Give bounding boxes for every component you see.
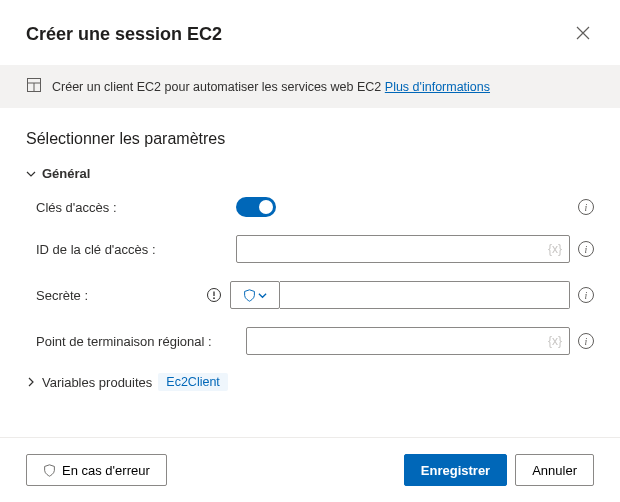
variable-tag: Ec2Client xyxy=(158,373,228,391)
on-error-button[interactable]: En cas d'erreur xyxy=(26,454,167,486)
close-button[interactable] xyxy=(572,22,594,47)
chevron-down-icon xyxy=(258,291,267,300)
svg-point-5 xyxy=(213,297,215,299)
group-general-toggle[interactable]: Général xyxy=(26,166,594,181)
chevron-down-icon xyxy=(26,169,36,179)
banner-text: Créer un client EC2 pour automatiser les… xyxy=(52,80,490,94)
info-icon[interactable]: i xyxy=(578,199,594,215)
dialog-footer: En cas d'erreur Enregistrer Annuler xyxy=(0,437,620,502)
endpoint-label: Point de terminaison régional : xyxy=(36,334,246,349)
on-error-label: En cas d'erreur xyxy=(62,463,150,478)
save-label: Enregistrer xyxy=(421,463,490,478)
access-keys-toggle[interactable] xyxy=(236,197,276,217)
layout-icon xyxy=(26,77,42,96)
info-banner: Créer un client EC2 pour automatiser les… xyxy=(0,65,620,108)
secret-picker-button[interactable] xyxy=(230,281,280,309)
endpoint-input[interactable] xyxy=(246,327,570,355)
access-keys-label: Clés d'accès : xyxy=(36,200,236,215)
dialog-header: Créer une session EC2 xyxy=(0,0,620,59)
secret-label: Secrète : xyxy=(36,288,206,303)
close-icon xyxy=(576,26,590,40)
variables-label: Variables produites xyxy=(42,375,152,390)
cancel-button[interactable]: Annuler xyxy=(515,454,594,486)
secret-input[interactable] xyxy=(280,281,570,309)
save-button[interactable]: Enregistrer xyxy=(404,454,507,486)
page-title: Créer une session EC2 xyxy=(26,24,222,45)
banner-message: Créer un client EC2 pour automatiser les… xyxy=(52,80,385,94)
warning-icon xyxy=(206,287,222,303)
info-icon[interactable]: i xyxy=(578,287,594,303)
info-icon[interactable]: i xyxy=(578,241,594,257)
parameters-section: Sélectionner les paramètres Général Clés… xyxy=(0,118,620,407)
shield-outline-icon xyxy=(43,464,56,477)
row-access-keys: Clés d'accès : i xyxy=(36,197,594,217)
group-variables-toggle[interactable]: Variables produites Ec2Client xyxy=(26,373,594,391)
row-secret: Secrète : i xyxy=(36,281,594,309)
cancel-label: Annuler xyxy=(532,463,577,478)
info-icon[interactable]: i xyxy=(578,333,594,349)
group-general-label: Général xyxy=(42,166,90,181)
chevron-right-icon xyxy=(26,377,36,387)
shield-icon xyxy=(243,289,256,302)
row-access-key-id: ID de la clé d'accès : {x} i xyxy=(36,235,594,263)
section-title: Sélectionner les paramètres xyxy=(26,130,594,148)
row-endpoint: Point de terminaison régional : {x} i xyxy=(36,327,594,355)
access-key-id-input[interactable] xyxy=(236,235,570,263)
more-info-link[interactable]: Plus d'informations xyxy=(385,80,490,94)
access-key-id-label: ID de la clé d'accès : xyxy=(36,242,236,257)
